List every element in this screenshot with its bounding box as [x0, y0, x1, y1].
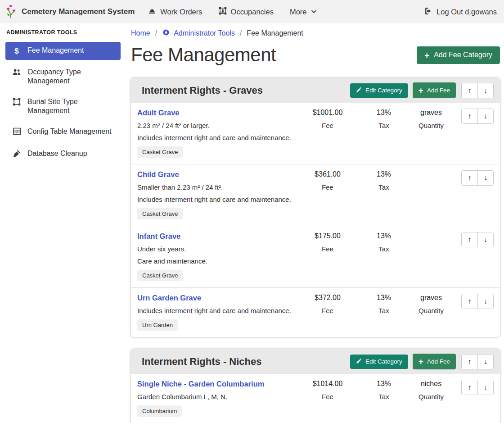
add-fee-label: Add Fee: [427, 358, 450, 365]
edit-category-button[interactable]: Edit Category: [350, 83, 408, 98]
move-down-button[interactable]: ↓: [477, 355, 493, 369]
occupancies-icon: [219, 7, 227, 17]
sidebar-item-occupancy-type[interactable]: Occupancy Type Management: [5, 64, 121, 90]
sidebar-item-database-cleanup[interactable]: Database Cleanup: [5, 145, 121, 164]
sidebar-item-fee-management[interactable]: $ Fee Management: [5, 42, 121, 60]
nav-more[interactable]: More: [290, 8, 317, 16]
plus-icon: +: [424, 51, 429, 59]
move-up-button[interactable]: ↑: [462, 380, 477, 395]
quantity-column: graves Quantity: [406, 109, 456, 129]
fee-category-card-niches: Interment Rights - Niches Edit Category …: [131, 349, 500, 423]
fee-amount-column: $361.00 Fee: [294, 170, 361, 191]
move-up-button[interactable]: ↑: [462, 83, 477, 98]
table-icon: [12, 127, 22, 137]
fee-info: Urn Garden Grave Includes interment righ…: [137, 294, 294, 331]
breadcrumb-admin-tools-label: Administrator Tools: [174, 29, 235, 37]
fee-row-child-grave: Child Grave Smaller than 2.23 m² / 24 ft…: [131, 164, 500, 226]
fee-amount: $372.00: [294, 294, 361, 302]
sidebar-item-burial-site-type[interactable]: Burial Site Type Management: [5, 93, 121, 119]
app-title: Cemetery Management System: [22, 7, 135, 16]
move-down-button[interactable]: ↓: [477, 232, 493, 247]
nav-logout[interactable]: Log Out d.gowans: [424, 7, 497, 17]
fee-amount-label: Fee: [294, 307, 361, 314]
fee-name-link[interactable]: Adult Grave: [137, 109, 294, 117]
move-down-button[interactable]: ↓: [477, 83, 493, 98]
move-up-button[interactable]: ↑: [462, 109, 477, 123]
sidebar: ADMINISTRATOR TOOLS $ Fee Management Occ…: [0, 23, 126, 168]
sidebar-item-label: Burial Site Type Management: [27, 97, 114, 115]
fee-amount: $1014.00: [294, 380, 361, 388]
tax-label: Tax: [361, 122, 406, 129]
fee-amount-column: $1001.00 Fee: [294, 109, 361, 129]
sidebar-item-label: Occupancy Type Management: [27, 68, 114, 86]
plus-icon: +: [418, 86, 423, 95]
fee-row-single-niche: Single Niche - Garden Columbarium Garden…: [131, 374, 500, 423]
category-reorder-buttons: ↑ ↓: [461, 83, 494, 98]
pencil-icon: [356, 87, 362, 94]
tax-column: 13% Tax: [361, 294, 406, 314]
fee-amount-column: $1014.00 Fee: [294, 380, 361, 400]
quantity-value: graves: [406, 109, 456, 117]
fee-row-urn-garden-grave: Urn Garden Grave Includes interment righ…: [131, 288, 500, 337]
fee-description: Garden Columbarium L, M, N.: [137, 393, 294, 400]
chevron-down-icon: [311, 8, 317, 16]
move-down-button[interactable]: ↓: [477, 109, 493, 123]
fee-name-link[interactable]: Single Niche - Garden Columbarium: [137, 380, 294, 388]
fee-amount-column: $372.00 Fee: [294, 294, 361, 314]
top-navbar: Cemetery Management System Work Orders O…: [0, 0, 504, 23]
pencil-icon: [356, 358, 362, 365]
move-up-button[interactable]: ↑: [462, 355, 477, 369]
move-up-button[interactable]: ↑: [462, 232, 477, 247]
category-reorder-buttons: ↑ ↓: [461, 354, 494, 369]
quantity-column: [406, 170, 456, 175]
add-fee-button[interactable]: + Add Fee: [413, 82, 456, 98]
move-up-button[interactable]: ↑: [462, 171, 477, 185]
tax-label: Tax: [361, 307, 406, 314]
tax-value: 13%: [361, 170, 406, 178]
fee-name-link[interactable]: Urn Garden Grave: [137, 294, 294, 302]
gear-icon: [162, 28, 170, 38]
move-up-button[interactable]: ↑: [462, 294, 477, 309]
fee-reorder-buttons: ↑ ↓: [461, 232, 494, 247]
quantity-value: graves: [406, 294, 456, 302]
fee-reorder-buttons: ↑ ↓: [461, 294, 494, 309]
nav-logout-label: Log Out d.gowans: [436, 8, 497, 16]
add-fee-category-label: Add Fee Category: [434, 51, 492, 59]
fee-reorder-buttons: ↑ ↓: [461, 109, 494, 124]
fee-name-link[interactable]: Child Grave: [137, 170, 294, 179]
app-brand[interactable]: Cemetery Management System: [4, 3, 135, 21]
fee-info: Infant Grave Under six years. Care and m…: [137, 232, 294, 281]
breadcrumb-home-link[interactable]: Home: [131, 29, 150, 37]
tax-label: Tax: [361, 183, 406, 191]
tax-column: 13% Tax: [361, 380, 406, 400]
category-title: Interment Rights - Graves: [142, 85, 350, 96]
sidebar-item-label: Config Table Management: [27, 127, 112, 136]
move-down-button[interactable]: ↓: [477, 380, 493, 395]
quantity-column: graves Quantity: [406, 294, 456, 314]
tax-column: 13% Tax: [361, 232, 406, 253]
fee-description: Care and maintenance.: [137, 257, 294, 265]
fee-amount: $1001.00: [294, 109, 361, 117]
edit-category-button[interactable]: Edit Category: [350, 355, 408, 369]
move-down-button[interactable]: ↓: [477, 171, 493, 185]
category-header: Interment Rights - Niches Edit Category …: [131, 349, 500, 374]
fee-description: Smaller than 2.23 m² / 24 ft².: [137, 183, 294, 191]
add-fee-label: Add Fee: [427, 87, 450, 94]
nav-work-orders[interactable]: Work Orders: [148, 7, 202, 17]
breadcrumb-admin-tools-link[interactable]: Administrator Tools: [162, 28, 235, 38]
breadcrumb: Home / Administrator Tools / Fee Managem…: [131, 28, 500, 38]
sidebar-item-config-table[interactable]: Config Table Management: [5, 123, 121, 141]
quantity-label: Quantity: [406, 393, 456, 400]
move-down-button[interactable]: ↓: [477, 294, 493, 309]
category-title: Interment Rights - Niches: [142, 356, 350, 368]
nav-occupancies[interactable]: Occupancies: [219, 7, 274, 17]
fee-name-link[interactable]: Infant Grave: [137, 232, 294, 241]
dollar-icon: $: [12, 46, 22, 56]
fee-amount: $361.00: [294, 170, 361, 178]
tax-column: 13% Tax: [361, 109, 406, 129]
add-fee-category-button[interactable]: + Add Fee Category: [417, 46, 500, 64]
quantity-column: niches Quantity: [406, 380, 456, 400]
tax-value: 13%: [361, 380, 406, 388]
add-fee-button[interactable]: + Add Fee: [413, 354, 456, 369]
fee-amount: $175.00: [294, 232, 361, 240]
